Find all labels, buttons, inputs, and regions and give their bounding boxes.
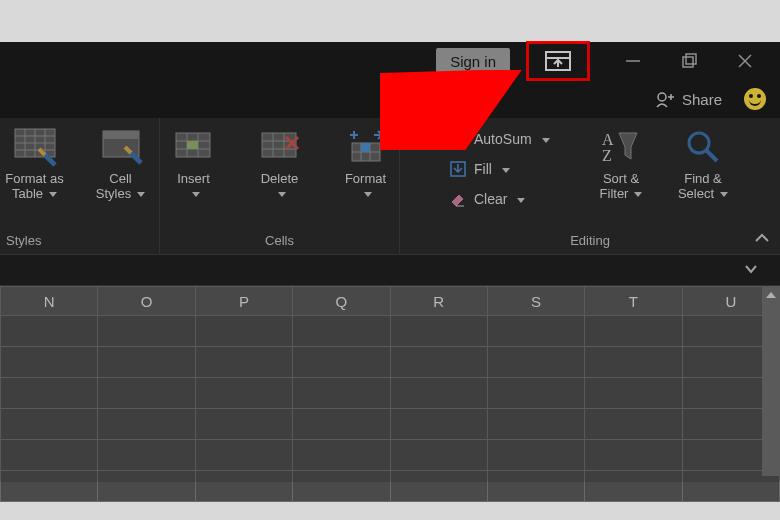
cell[interactable]: [1, 347, 98, 378]
clear-button[interactable]: Clear: [448, 186, 578, 212]
cell[interactable]: [195, 471, 292, 502]
chevron-up-icon: [754, 232, 770, 244]
svg-rect-34: [361, 143, 370, 152]
cell[interactable]: [390, 440, 487, 471]
chevron-down-icon: [744, 264, 758, 274]
cell[interactable]: [487, 471, 584, 502]
cell[interactable]: [293, 440, 390, 471]
fill-icon: [448, 159, 468, 179]
cell[interactable]: [1, 409, 98, 440]
cell[interactable]: [585, 347, 682, 378]
column-header[interactable]: P: [195, 287, 292, 316]
cell[interactable]: [293, 378, 390, 409]
cell[interactable]: [98, 316, 195, 347]
cell[interactable]: [98, 347, 195, 378]
format-cells-icon: [344, 127, 388, 167]
formula-bar-expand-button[interactable]: [744, 263, 758, 277]
share-icon: [654, 89, 674, 109]
format-as-table-button[interactable]: Format as Table: [0, 124, 77, 204]
cell[interactable]: [585, 440, 682, 471]
format-button[interactable]: Format: [324, 124, 408, 204]
autosum-button[interactable]: AutoSum: [448, 126, 578, 152]
fill-button[interactable]: Fill: [448, 156, 578, 182]
cell[interactable]: [585, 316, 682, 347]
minimize-button[interactable]: [610, 45, 656, 77]
cell[interactable]: [293, 347, 390, 378]
sort-filter-label-1: Sort &: [603, 172, 639, 187]
cell[interactable]: [585, 378, 682, 409]
column-header[interactable]: Q: [293, 287, 390, 316]
insert-button[interactable]: Insert: [152, 124, 236, 204]
cell[interactable]: [195, 316, 292, 347]
table-row: [1, 316, 780, 347]
column-header[interactable]: T: [585, 287, 682, 316]
cell[interactable]: [1, 378, 98, 409]
collapse-ribbon-button[interactable]: [754, 230, 770, 248]
column-header[interactable]: R: [390, 287, 487, 316]
column-header[interactable]: O: [98, 287, 195, 316]
cell[interactable]: [293, 471, 390, 502]
cell[interactable]: [195, 378, 292, 409]
cell[interactable]: [585, 409, 682, 440]
svg-rect-3: [683, 57, 693, 67]
insert-cells-icon: [172, 127, 216, 167]
cell[interactable]: [487, 378, 584, 409]
cell[interactable]: [98, 378, 195, 409]
spreadsheet-grid[interactable]: NOPQRSTU: [0, 286, 780, 476]
maximize-icon: [680, 52, 698, 70]
cell[interactable]: [98, 471, 195, 502]
cell[interactable]: [487, 347, 584, 378]
svg-text:A: A: [602, 131, 614, 148]
find-select-button[interactable]: Find & Select: [664, 124, 742, 204]
delete-button[interactable]: Delete: [238, 124, 322, 204]
feedback-smiley-button[interactable]: [744, 88, 766, 110]
ribbon: Format as Table Cell Styles: [0, 118, 780, 254]
cell[interactable]: [98, 440, 195, 471]
cell[interactable]: [293, 409, 390, 440]
cell[interactable]: [195, 347, 292, 378]
close-button[interactable]: [722, 45, 768, 77]
table-row: [1, 347, 780, 378]
cell[interactable]: [1, 316, 98, 347]
svg-line-40: [706, 150, 717, 161]
group-label-editing: Editing: [570, 231, 610, 252]
sign-in-button[interactable]: Sign in: [436, 48, 510, 74]
cell[interactable]: [585, 471, 682, 502]
cell[interactable]: [1, 471, 98, 502]
cell[interactable]: [98, 409, 195, 440]
cell[interactable]: [390, 471, 487, 502]
formula-bar[interactable]: [0, 254, 780, 286]
cell[interactable]: [195, 409, 292, 440]
cell[interactable]: [195, 440, 292, 471]
maximize-button[interactable]: [666, 45, 712, 77]
svg-text:Z: Z: [602, 147, 612, 164]
ribbon-display-options-icon: [545, 51, 571, 71]
cell[interactable]: [487, 409, 584, 440]
cell[interactable]: [390, 316, 487, 347]
group-label-styles: Styles: [6, 231, 41, 252]
cell[interactable]: [390, 378, 487, 409]
vertical-scrollbar[interactable]: [762, 286, 780, 476]
share-label: Share: [682, 91, 722, 108]
column-header[interactable]: N: [1, 287, 98, 316]
share-button[interactable]: Share: [654, 89, 722, 109]
cell[interactable]: [293, 316, 390, 347]
sort-filter-button[interactable]: A Z Sort & Filter: [582, 124, 660, 204]
scroll-up-icon: [766, 292, 776, 298]
find-select-icon: [681, 127, 725, 167]
ribbon-group-cells: Insert Delete: [160, 118, 400, 254]
cell[interactable]: [487, 440, 584, 471]
cell-styles-button[interactable]: Cell Styles: [79, 124, 163, 204]
svg-rect-24: [187, 141, 198, 149]
ribbon-display-options-button[interactable]: [526, 41, 590, 81]
cell[interactable]: [390, 409, 487, 440]
column-header[interactable]: S: [487, 287, 584, 316]
delete-label: Delete: [261, 172, 299, 187]
cell[interactable]: [1, 440, 98, 471]
cell-styles-icon: [99, 127, 143, 167]
quick-row: Share: [0, 80, 780, 118]
excel-window: Sign in: [0, 42, 780, 482]
ribbon-group-styles: Format as Table Cell Styles: [0, 118, 160, 254]
cell[interactable]: [390, 347, 487, 378]
cell[interactable]: [487, 316, 584, 347]
